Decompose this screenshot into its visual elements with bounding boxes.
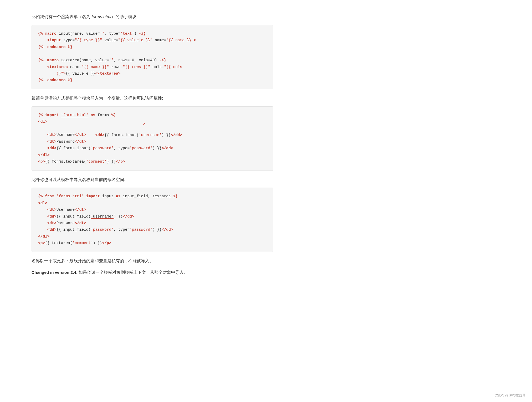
intro-text-2: 最简单灵活的方式是把整个模块导入为一个变量。这样你可以访问属性: [32,95,273,102]
intro-text-3: 此外你也可以从模板中导入名称到当前的命名空间: [32,176,273,184]
intro-text-4: 名称以一个或更多下划线开始的宏和变量是私有的，不能被导入。 [32,257,273,265]
code-block-2: {% import 'forms.html' as forms %} <dl> … [32,106,273,171]
changed-version-note: Changed in version 2.4: 如果传递一个模板对象到模板上下文… [32,269,273,276]
code-block-3: {% from 'forms.html' import input as inp… [32,188,273,252]
intro-text-1: 比如我们有一个渲染表单（名为 forms.html）的助手模块: [32,13,273,21]
code-block-1: {% macro input(name, value='', type='tex… [32,25,273,89]
changed-version-label: Changed in version 2.4: [32,270,78,275]
